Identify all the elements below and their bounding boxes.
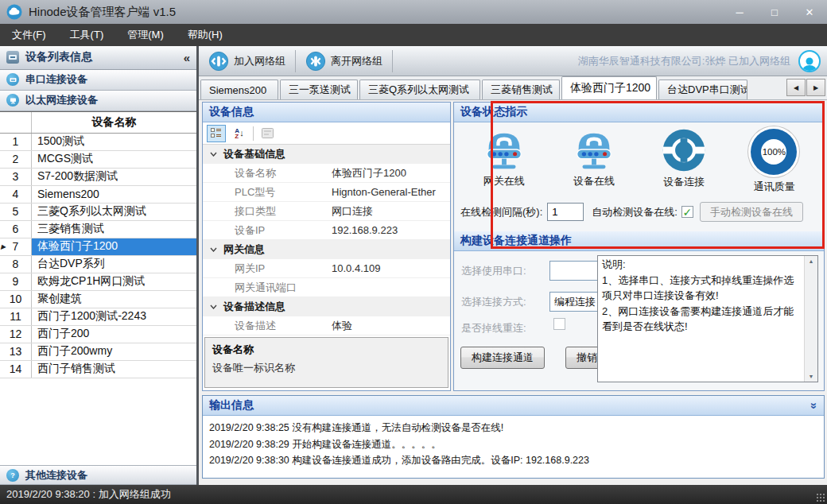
menu-tools[interactable]: 工具(T) <box>58 24 116 46</box>
minimize-button[interactable]: ─ <box>722 0 757 24</box>
leave-network-button[interactable]: 离开网络组 <box>296 46 392 76</box>
section-description-info[interactable]: 设备描述信息 <box>203 297 450 316</box>
gateway-online-icon <box>480 129 529 172</box>
indicator-device-online: 设备在线 <box>549 129 639 194</box>
device-table-header: 设备名称 <box>0 112 196 134</box>
title-bar: Hinode设备管理客户端 v1.5 ─ □ ✕ <box>0 0 827 24</box>
property-row: PLC型号Hignton-General-Ether <box>203 183 450 202</box>
instruction-line: 1、选择串口、连接方式和掉线重连操作选项只对串口连接设备有效! <box>602 273 802 304</box>
resize-grip[interactable] <box>816 493 825 502</box>
output-header: 输出信息 » <box>203 396 824 416</box>
comm-quality-donut-icon: 100% <box>751 129 797 175</box>
table-row[interactable]: 9欧姆龙CP1H网口测试 <box>0 273 196 291</box>
alphabetical-sort-icon[interactable]: AZ↓ <box>230 125 249 142</box>
table-row[interactable]: 12西门子200 <box>0 326 196 343</box>
property-row: 设备IP192.168.9.223 <box>203 221 450 240</box>
device-online-icon <box>569 129 619 172</box>
tab-delta-dvp-serial[interactable]: 台达DVP串口测试 <box>658 79 747 99</box>
property-value[interactable]: 10.0.4.109 <box>332 262 450 274</box>
maximize-button[interactable]: □ <box>757 0 792 24</box>
channel-ops-form: 选择使用串口: ▼ 选择连接方式: 编程连接 ▼ 是否掉线重连: 构建连接通道 … <box>454 251 824 389</box>
instructions-scrollbar[interactable]: ▲ ▼ <box>804 256 817 382</box>
status-bar-text: 2019/2/20 9:38:20 : 加入网络组成功 <box>6 487 171 502</box>
group-ethernet-devices[interactable]: 以太网连接设备 <box>0 91 196 111</box>
table-row[interactable]: 10聚创建筑 <box>0 291 196 308</box>
user-avatar[interactable] <box>798 50 821 72</box>
device-list-icon <box>6 51 19 64</box>
group-other-devices[interactable]: ? 其他连接设备 <box>0 465 196 485</box>
indicator-device-connect: 设备连接 <box>639 129 729 194</box>
output-message: 2019/2/20 9:38:25 没有构建连接通道，无法自动检测设备是否在线! <box>209 420 817 436</box>
main-area: 加入网络组 离开网络组 湖南华辰智通科技有限公司:张烨 已加入网络组 Sieme… <box>199 46 827 485</box>
manual-detect-button[interactable]: 手动检测设备在线 <box>700 202 803 222</box>
tab-scroll-right-icon[interactable]: ▶ <box>806 79 825 96</box>
output-collapse-icon[interactable]: » <box>807 402 821 409</box>
section-basic-info[interactable]: 设备基础信息 <box>203 145 450 164</box>
instructions-box: 说明: 1、选择串口、连接方式和掉线重连操作选项只对串口连接设备有效! 2、网口… <box>597 255 818 382</box>
categorized-view-icon[interactable] <box>207 125 226 142</box>
property-value[interactable]: 体验西门子1200 <box>332 166 450 180</box>
table-row[interactable]: 14西门子销售测试 <box>0 361 196 378</box>
tab-sany-pump[interactable]: 三一泵送测试 <box>280 79 358 99</box>
interval-label: 在线检测间隔(秒): <box>460 205 542 219</box>
join-network-button[interactable]: 加入网络组 <box>199 46 295 76</box>
group-other-label: 其他连接设备 <box>25 468 87 483</box>
tab-mitsubishi-sales[interactable]: 三菱销售测试 <box>482 79 560 99</box>
menu-file[interactable]: 文件(F) <box>0 24 58 46</box>
collapse-chevron-icon <box>203 247 223 252</box>
property-pages-icon <box>258 125 277 142</box>
table-row[interactable]: 5三菱Q系列以太网测试 <box>0 204 196 221</box>
group-serial-label: 串口连接设备 <box>25 72 87 87</box>
table-row-selected[interactable]: ▶7体验西门子1200 <box>0 238 196 256</box>
property-value[interactable]: 192.168.9.223 <box>332 224 450 236</box>
device-tab-bar: Siemens200 三一泵送测试 三菱Q系列以太网测试 三菱销售测试 体验西门… <box>199 76 827 100</box>
auto-detect-checkbox[interactable]: ✓ <box>681 206 693 218</box>
section-gateway-info[interactable]: 网关信息 <box>203 240 450 259</box>
indicator-comm-quality: 100% 通讯质量 <box>729 129 819 194</box>
menu-bar: 文件(F) 工具(T) 管理(M) 帮助(H) <box>0 24 827 46</box>
output-messages: 2019/2/20 9:38:25 没有构建连接通道，无法自动检测设备是否在线!… <box>203 416 824 473</box>
table-row[interactable]: 11500测试 <box>0 134 196 151</box>
tab-siemens1200-active[interactable]: 体验西门子1200 <box>561 76 657 99</box>
menu-help[interactable]: 帮助(H) <box>176 24 235 46</box>
mode-select-label: 选择连接方式: <box>461 295 526 309</box>
ethernet-device-icon <box>6 94 19 107</box>
build-channel-button[interactable]: 构建连接通道 <box>460 347 545 369</box>
table-row[interactable]: 11西门子1200测试-2243 <box>0 308 196 326</box>
auto-detect-label: 自动检测设备在线: <box>592 205 678 219</box>
comm-quality-value: 100% <box>761 139 786 165</box>
tab-mitsubishi-q-ethernet[interactable]: 三菱Q系列以太网测试 <box>359 79 480 99</box>
leave-network-icon <box>305 51 326 72</box>
group-serial-devices[interactable]: 串口连接设备 <box>0 70 196 91</box>
scroll-down-icon[interactable]: ▼ <box>809 374 814 379</box>
table-row[interactable]: 4Siemens200 <box>0 186 196 204</box>
reconnect-label: 是否掉线重连: <box>461 321 526 335</box>
status-bar: 2019/2/20 9:38:20 : 加入网络组成功 <box>0 485 827 504</box>
status-indicators: 网关在线 设备在线 <box>454 122 824 194</box>
interval-input[interactable] <box>547 203 584 221</box>
sidebar-title: 设备列表信息 <box>25 50 92 64</box>
table-row[interactable]: 3S7-200数据测试 <box>0 169 196 186</box>
join-network-icon <box>208 51 229 72</box>
instruction-line: 2、网口连接设备需要构建连接通道后才能看到是否在线状态! <box>602 304 802 335</box>
network-toolbar: 加入网络组 离开网络组 湖南华辰智通科技有限公司:张烨 已加入网络组 <box>199 46 827 76</box>
reconnect-checkbox[interactable] <box>553 318 565 330</box>
output-message: 2019/2/20 9:38:29 开始构建设备连接通道。。。。。 <box>209 436 817 453</box>
scroll-up-icon[interactable]: ▲ <box>809 258 814 264</box>
property-value[interactable]: Hignton-General-Ether <box>332 186 450 198</box>
property-value[interactable]: 网口连接 <box>332 204 450 219</box>
table-row[interactable]: 6三菱销售测试 <box>0 221 196 238</box>
toolbar-separator <box>253 126 254 141</box>
person-icon <box>802 56 817 71</box>
table-row[interactable]: 8台达DVP系列 <box>0 256 196 273</box>
property-value[interactable]: 体验 <box>332 319 450 333</box>
tab-siemens200[interactable]: Siemens200 <box>200 79 278 99</box>
close-button[interactable]: ✕ <box>792 0 827 24</box>
table-row[interactable]: 2MCGS测试 <box>0 151 196 169</box>
property-row: 设备名称体验西门子1200 <box>203 164 450 183</box>
table-row[interactable]: 13西门子200wmy <box>0 343 196 361</box>
sidebar-collapse-icon[interactable]: « <box>184 51 190 64</box>
menu-manage[interactable]: 管理(M) <box>115 24 176 46</box>
tab-scroll-left-icon[interactable]: ◀ <box>786 79 806 96</box>
sidebar-header: 设备列表信息 « <box>0 46 196 70</box>
